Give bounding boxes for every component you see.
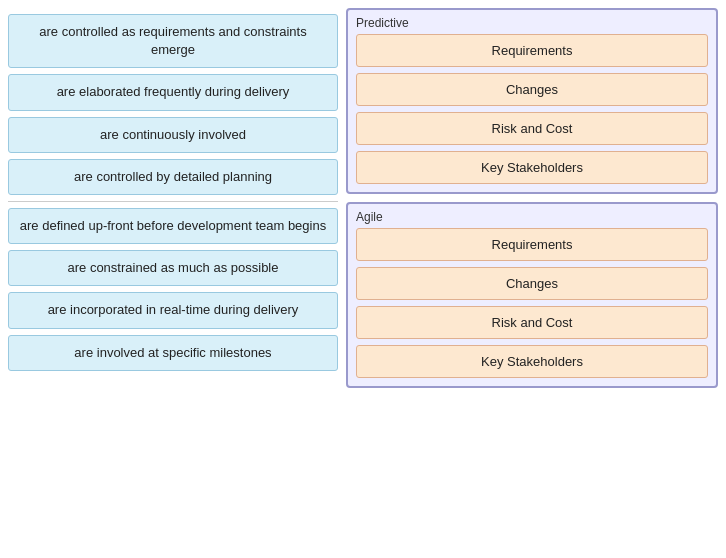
right-column: Predictive RequirementsChangesRisk and C… — [346, 8, 718, 550]
right-card: Changes — [356, 73, 708, 106]
right-section-agile: Agile RequirementsChangesRisk and CostKe… — [346, 202, 718, 388]
right-section-predictive: Predictive RequirementsChangesRisk and C… — [346, 8, 718, 194]
right-card: Key Stakeholders — [356, 151, 708, 184]
right-card: Requirements — [356, 228, 708, 261]
predictive-label: Predictive — [356, 16, 708, 30]
left-column: are controlled as requirements and const… — [8, 8, 338, 550]
left-card: are continuously involved — [8, 117, 338, 153]
left-group-agile: are defined up-front before development … — [8, 201, 338, 377]
left-card: are incorporated in real-time during del… — [8, 292, 338, 328]
left-card: are controlled as requirements and const… — [8, 14, 338, 68]
left-card: are constrained as much as possible — [8, 250, 338, 286]
right-card: Changes — [356, 267, 708, 300]
left-card: are elaborated frequently during deliver… — [8, 74, 338, 110]
left-card: are involved at specific milestones — [8, 335, 338, 371]
right-card: Key Stakeholders — [356, 345, 708, 378]
agile-cards: RequirementsChangesRisk and CostKey Stak… — [356, 228, 708, 378]
right-card: Risk and Cost — [356, 112, 708, 145]
agile-label: Agile — [356, 210, 708, 224]
left-card: are defined up-front before development … — [8, 208, 338, 244]
left-card: are controlled by detailed planning — [8, 159, 338, 195]
right-card: Risk and Cost — [356, 306, 708, 339]
right-card: Requirements — [356, 34, 708, 67]
left-group-predictive: are controlled as requirements and const… — [8, 8, 338, 201]
predictive-cards: RequirementsChangesRisk and CostKey Stak… — [356, 34, 708, 184]
